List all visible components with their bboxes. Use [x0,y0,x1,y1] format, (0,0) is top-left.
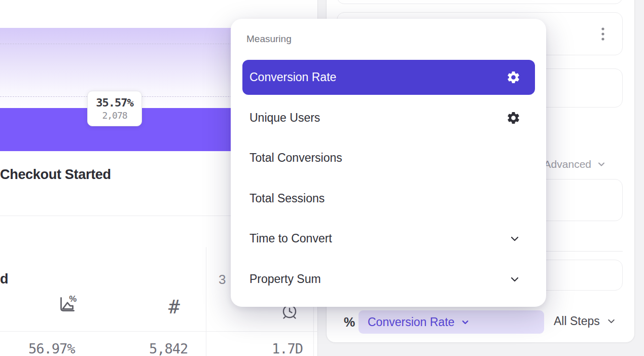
measuring-dropdown-menu: Measuring Conversion Rate Unique Users T… [231,19,546,307]
advanced-label: Advanced [544,158,591,170]
chevron-down-icon [509,273,521,286]
table-step-number: 3 [219,272,226,288]
menu-item-unique-users[interactable]: Unique Users [242,100,535,135]
svg-text:%: % [69,294,77,304]
conversion-rate-icon[interactable]: % [56,294,78,317]
metric-value-count: 5,842 [149,341,188,356]
measurement-pill-dropdown[interactable]: Conversion Rate [359,310,544,334]
gear-icon[interactable] [506,70,521,85]
metric-value-conversion-rate: 56.97% [28,341,75,356]
table-column-divider [206,247,206,356]
tooltip-conversion-rate: 35.57% [96,96,133,109]
table-step-label-fragment: d [0,271,9,287]
chevron-down-icon [460,317,470,327]
percent-metric-symbol: % [344,315,355,330]
menu-item-total-conversions[interactable]: Total Conversions [242,140,535,175]
all-steps-dropdown[interactable]: All Steps [554,314,617,328]
tooltip-count: 2,078 [102,110,127,121]
divider [0,331,318,332]
funnel-report-screen: 35.57% 2,078 Checkout Started d 3 % # [0,0,644,356]
menu-item-property-sum[interactable]: Property Sum [242,262,535,297]
step-axis-label: Checkout Started [0,167,111,183]
step-card[interactable] [337,0,623,4]
kebab-menu-icon[interactable] [600,26,606,43]
hash-icon[interactable]: # [168,297,180,316]
menu-item-conversion-rate[interactable]: Conversion Rate [242,60,535,95]
chevron-down-icon [606,316,617,327]
measurement-pill-label: Conversion Rate [368,315,454,329]
all-steps-label: All Steps [554,314,600,328]
chevron-down-icon [596,159,606,169]
menu-item-time-to-convert[interactable]: Time to Convert [242,221,535,256]
gear-icon[interactable] [506,111,521,125]
menu-item-total-sessions[interactable]: Total Sessions [242,181,535,216]
bar-tooltip: 35.57% 2,078 [87,91,142,126]
advanced-toggle[interactable]: Advanced [538,158,606,171]
metric-value-time: 1.7D [272,341,303,356]
chevron-down-icon [509,233,521,245]
menu-title: Measuring [246,33,292,45]
